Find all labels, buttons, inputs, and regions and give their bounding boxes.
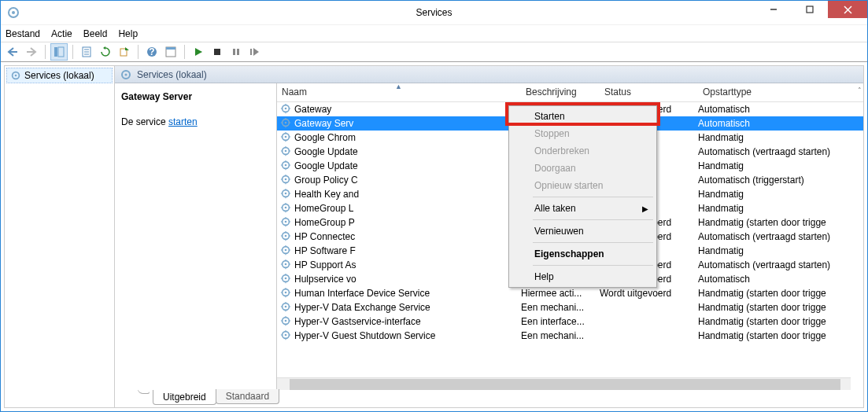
menu-help[interactable]: Help bbox=[118, 28, 138, 39]
service-name: Health Key and bbox=[294, 189, 359, 200]
maximize-button[interactable] bbox=[792, 1, 828, 18]
svg-point-100 bbox=[285, 277, 287, 279]
gear-icon bbox=[120, 68, 132, 81]
service-description: Hiermee acti... bbox=[521, 288, 600, 299]
table-row[interactable]: Hyper-V Guest Shutdown ServiceEen mechan… bbox=[277, 329, 863, 343]
tree-root-label: Services (lokaal) bbox=[24, 70, 94, 81]
service-startup-type: Handmatig bbox=[698, 189, 863, 200]
tab-fold bbox=[137, 390, 151, 394]
bottom-tabs: Uitgebreid Standaard bbox=[115, 390, 863, 407]
service-name: HomeGroup L bbox=[294, 203, 353, 214]
svg-point-70 bbox=[285, 206, 287, 208]
svg-point-112 bbox=[285, 305, 287, 307]
gear-icon bbox=[280, 245, 291, 258]
gear-icon bbox=[280, 301, 291, 315]
svg-rect-19 bbox=[214, 49, 220, 55]
svg-rect-18 bbox=[166, 47, 175, 50]
menu-beeld[interactable]: Beeld bbox=[83, 28, 108, 39]
list-pane: Naam▲ Beschrijving Status Opstarttype ˄ … bbox=[277, 83, 863, 390]
gear-icon bbox=[280, 145, 291, 159]
service-startup-type: Handmatig bbox=[698, 203, 863, 214]
svg-point-28 bbox=[285, 107, 287, 109]
gear-icon bbox=[280, 273, 291, 286]
svg-point-1 bbox=[12, 11, 15, 14]
tab-standaard[interactable]: Standaard bbox=[216, 389, 279, 404]
tab-uitgebreid[interactable]: Uitgebreid bbox=[153, 390, 216, 405]
service-startup-type: Handmatig bbox=[698, 160, 863, 171]
service-name: Hyper-V Guest Shutdown Service bbox=[294, 330, 435, 341]
service-name: Group Policy C bbox=[294, 175, 358, 186]
restart-service-button[interactable] bbox=[246, 43, 264, 61]
forward-button[interactable] bbox=[23, 43, 40, 61]
svg-rect-9 bbox=[58, 47, 64, 57]
service-name: HP Software F bbox=[294, 245, 356, 256]
table-row[interactable]: Hyper-V Data Exchange ServiceEen mechani… bbox=[277, 300, 863, 315]
service-name: Hulpservice vo bbox=[294, 274, 356, 285]
ctx-item-opnieuw-starten: Opnieuw starten bbox=[511, 177, 655, 194]
gear-icon bbox=[280, 174, 291, 187]
close-button[interactable] bbox=[828, 1, 867, 18]
gear-icon bbox=[280, 103, 291, 116]
show-hide-tree-button[interactable] bbox=[50, 43, 68, 61]
service-startup-type: Automatisch (vertraagd starten) bbox=[698, 231, 863, 242]
pause-service-button[interactable] bbox=[227, 43, 245, 61]
toolbar: ? bbox=[1, 42, 867, 62]
ctx-item-help[interactable]: Help bbox=[511, 268, 655, 285]
chevron-right-icon: ▶ bbox=[642, 204, 648, 213]
refresh-button[interactable] bbox=[97, 43, 114, 61]
col-header-name[interactable]: Naam▲ bbox=[277, 83, 521, 101]
svg-point-124 bbox=[285, 333, 287, 336]
svg-rect-22 bbox=[250, 49, 252, 55]
stop-service-button[interactable] bbox=[209, 43, 226, 61]
service-startup-type: Handmatig (starten door trigge bbox=[698, 288, 863, 299]
properties-button[interactable] bbox=[78, 43, 95, 61]
svg-point-82 bbox=[285, 234, 287, 237]
col-header-description[interactable]: Beschrijving bbox=[521, 83, 600, 101]
svg-rect-3 bbox=[807, 6, 813, 13]
service-action-line: De service starten bbox=[121, 116, 270, 127]
context-menu: StartenStoppenOnderbrekenDoorgaanOpnieuw… bbox=[508, 105, 657, 288]
svg-point-76 bbox=[285, 220, 287, 223]
service-name: Gateway Serv bbox=[294, 118, 353, 129]
back-button[interactable] bbox=[4, 43, 21, 61]
chevron-up-icon: ˄ bbox=[858, 86, 862, 94]
export-button[interactable] bbox=[116, 43, 133, 61]
col-header-status[interactable]: Status bbox=[600, 83, 698, 101]
ctx-item-eigenschappen[interactable]: Eigenschappen bbox=[511, 245, 655, 263]
help-button[interactable]: ? bbox=[143, 43, 161, 61]
start-service-link[interactable]: starten bbox=[168, 116, 198, 127]
table-row[interactable]: Hyper-V Gastservice-interfaceEen interfa… bbox=[277, 315, 863, 329]
gear-icon bbox=[280, 216, 291, 230]
gear-icon bbox=[280, 117, 291, 131]
right-pane: Services (lokaal) Gateway Server De serv… bbox=[115, 66, 863, 407]
service-startup-type: Handmatig (starten door trigge bbox=[698, 302, 863, 313]
service-startup-type: Automatisch bbox=[698, 118, 863, 129]
service-status: Wordt uitgevoerd bbox=[600, 288, 698, 299]
svg-rect-21 bbox=[237, 49, 239, 55]
service-name: Hyper-V Gastservice-interface bbox=[294, 316, 421, 327]
gear-icon bbox=[280, 230, 291, 244]
service-startup-type: Automatisch (vertraagd starten) bbox=[698, 259, 863, 270]
service-startup-type: Automatisch bbox=[698, 274, 863, 285]
svg-point-118 bbox=[285, 319, 287, 322]
menu-bestand[interactable]: Bestand bbox=[6, 28, 40, 39]
service-startup-type: Handmatig (starten door trigge bbox=[698, 330, 863, 341]
service-startup-type: Automatisch bbox=[698, 104, 863, 115]
gear-icon bbox=[280, 329, 291, 343]
table-row[interactable]: Human Interface Device ServiceHiermee ac… bbox=[277, 286, 863, 300]
action-pane-button[interactable] bbox=[162, 43, 179, 61]
tree-root-services[interactable]: Services (lokaal) bbox=[6, 68, 113, 83]
ctx-item-alle-taken[interactable]: Alle taken▶ bbox=[511, 200, 655, 217]
menu-actie[interactable]: Actie bbox=[51, 28, 72, 39]
horizontal-scrollbar[interactable] bbox=[277, 377, 851, 390]
minimize-button[interactable] bbox=[755, 1, 792, 18]
start-service-button[interactable] bbox=[190, 43, 207, 61]
ctx-item-vernieuwen[interactable]: Vernieuwen bbox=[511, 223, 655, 240]
svg-point-34 bbox=[285, 121, 287, 123]
ctx-item-starten[interactable]: Starten bbox=[511, 108, 655, 125]
svg-point-88 bbox=[285, 248, 287, 251]
col-header-startup[interactable]: Opstarttype bbox=[698, 83, 863, 101]
service-name: Human Interface Device Service bbox=[294, 288, 430, 299]
svg-rect-20 bbox=[233, 49, 235, 55]
service-startup-type: Handmatig bbox=[698, 132, 863, 143]
